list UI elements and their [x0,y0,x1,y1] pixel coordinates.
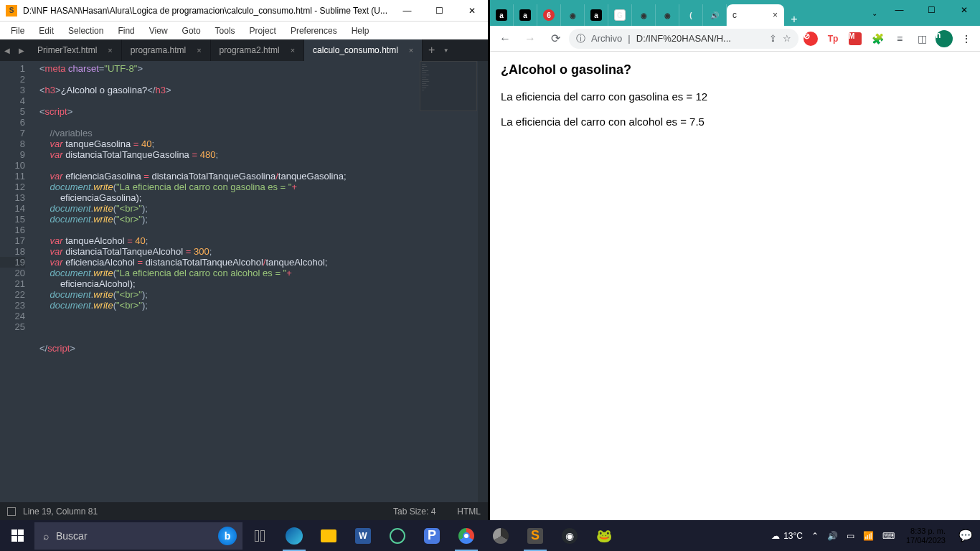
minimap[interactable]: ━━━━━━━━━━━━━━━━━━━━━━━━━━━━━━━━━━━━━━━━… [420,61,477,111]
editor-area[interactable]: 1234567891011121314151617181920212223242… [0,61,488,502]
reading-list-icon[interactable]: ≡ [890,29,910,49]
menu-tools[interactable]: Tools [208,23,242,39]
app-icon: 🐸 [596,528,612,544]
weather-widget[interactable]: ☁ 13°C [771,531,803,541]
browser-tab[interactable]: a [585,4,608,26]
extensions-icon[interactable]: 🧩 [867,29,887,49]
menu-project[interactable]: Project [242,23,283,39]
page-heading: ¿Alcohol o gasolina? [501,62,969,77]
minimize-button[interactable]: — [391,0,423,22]
browser-tab[interactable]: 6 [537,4,561,26]
profile-avatar[interactable]: h [934,29,954,49]
taskbar-app-edge[interactable] [277,520,311,551]
address-bar[interactable]: ⓘ Archivo | D:/INF%20HASAN/H... ⇪ ☆ [569,29,798,49]
search-box[interactable]: ⌕ Buscar b [34,522,242,550]
menu-selection[interactable]: Selection [61,23,110,39]
menu-icon[interactable]: ⋮ [956,29,976,49]
extension-icon[interactable]: M [845,29,865,49]
sublime-window: S D:\INF HASAN\Hasan\Alura\Logica de pro… [0,0,488,520]
browser-tab[interactable]: a [490,4,514,26]
tray-overflow-icon[interactable]: ⌃ [811,531,819,541]
new-tab-button[interactable]: + [423,44,440,57]
chrome-titlebar[interactable]: a a 6 ◉ a G ◉ ◉ ( 🔊 c× + ⌄ — ☐ ✕ [490,0,980,26]
extension-icon[interactable]: Tp [823,29,843,49]
browser-tab[interactable]: 🔊 [703,4,727,26]
menu-file[interactable]: File [4,23,32,39]
browser-tab-active[interactable]: c× [727,4,784,26]
browser-tab[interactable]: ◉ [561,4,585,26]
tab-size[interactable]: Tab Size: 4 [393,507,435,517]
battery-icon[interactable]: ▭ [847,531,854,541]
favicon-icon: ◉ [567,9,578,21]
browser-tab[interactable]: ◉ [656,4,679,26]
browser-tab[interactable]: ◉ [632,4,656,26]
tab-close-icon[interactable]: × [291,46,295,55]
tab-calculo-consumo[interactable]: calculo_consumo.html× [304,39,423,61]
tab-prev-icon[interactable]: ◀ [0,39,14,61]
start-button[interactable] [0,520,34,551]
new-tab-button[interactable]: + [784,13,804,26]
tab-close-icon[interactable]: × [197,46,201,55]
tabs-overflow-icon[interactable]: ⌄ [865,0,883,26]
share-icon[interactable]: ⇪ [769,33,777,44]
taskbar-app[interactable]: 🐸 [587,520,621,551]
taskbar-app-chrome[interactable] [449,520,484,551]
tab-programa2[interactable]: programa2.html× [211,39,304,61]
browser-tab[interactable]: G [608,4,632,26]
extension-icon[interactable]: ⊘ [801,29,821,49]
cortana-icon[interactable]: b [218,527,237,545]
back-button[interactable]: ← [494,27,517,50]
syntax-mode[interactable]: HTML [457,507,481,517]
browser-tab[interactable]: ( [679,4,703,26]
menu-preferences[interactable]: Preferences [283,23,344,39]
notifications-button[interactable]: 💬 [951,520,980,551]
sidebar-toggle-icon[interactable] [7,507,16,516]
browser-tab[interactable]: a [514,4,537,26]
tab-close-icon[interactable]: × [769,10,778,20]
tab-primertext[interactable]: PrimerText.html× [29,39,122,61]
side-panel-icon[interactable]: ◫ [912,29,932,49]
close-button[interactable]: ✕ [456,0,488,22]
wifi-icon[interactable]: 📶 [863,531,874,541]
task-view-button[interactable] [242,520,277,551]
clock[interactable]: 8:33 p. m. 17/04/2023 [900,527,951,545]
reload-button[interactable]: ⟳ [544,27,567,50]
site-info-icon[interactable]: ⓘ [576,32,585,45]
line-gutter[interactable]: 1234567891011121314151617181920212223242… [0,61,32,502]
tab-close-icon[interactable]: × [108,46,112,55]
output-line-2: La eficiencia del carro con alcohol es =… [501,116,969,128]
taskbar-app[interactable] [380,520,415,551]
menu-find[interactable]: Find [110,23,141,39]
scrollbar[interactable] [478,61,488,502]
taskbar-app-github[interactable]: ◉ [552,520,587,551]
tab-programa[interactable]: programa.html× [122,39,211,61]
forward-button[interactable]: → [519,27,542,50]
app-icon [390,528,405,544]
taskbar-app-sublime[interactable]: S [518,520,552,551]
close-button[interactable]: ✕ [948,0,980,20]
chrome-window: a a 6 ◉ a G ◉ ◉ ( 🔊 c× + ⌄ — ☐ ✕ ← → ⟳ ⓘ… [490,0,980,520]
language-icon[interactable]: ⌨ [882,531,895,541]
chrome-icon [458,528,474,544]
github-icon: ◉ [562,528,578,544]
bookmark-icon[interactable]: ☆ [783,33,791,44]
menu-help[interactable]: Help [344,23,377,39]
tab-dropdown-icon[interactable]: ▼ [440,47,451,54]
maximize-button[interactable]: ☐ [915,0,948,20]
page-content: ¿Alcohol o gasolina? La eficiencia del c… [490,52,980,520]
output-line-1: La eficiencia del carro con gasolina es … [501,90,969,103]
title-bar[interactable]: S D:\INF HASAN\Hasan\Alura\Logica de pro… [0,0,488,22]
taskbar-app-word[interactable]: W [346,520,380,551]
taskbar-app-explorer[interactable] [311,520,346,551]
menu-view[interactable]: View [142,23,175,39]
minimize-button[interactable]: — [883,0,915,20]
menu-edit[interactable]: Edit [32,23,61,39]
maximize-button[interactable]: ☐ [423,0,456,22]
code-content[interactable]: <meta charset="UTF-8"> <h3>¿Alcohol o ga… [32,61,488,502]
tab-next-icon[interactable]: ▶ [14,39,29,61]
tab-close-icon[interactable]: × [409,46,413,55]
volume-icon[interactable]: 🔊 [827,531,838,541]
menu-goto[interactable]: Goto [175,23,208,39]
taskbar-app[interactable]: P [415,520,449,551]
taskbar-app-chrome-canary[interactable] [484,520,518,551]
